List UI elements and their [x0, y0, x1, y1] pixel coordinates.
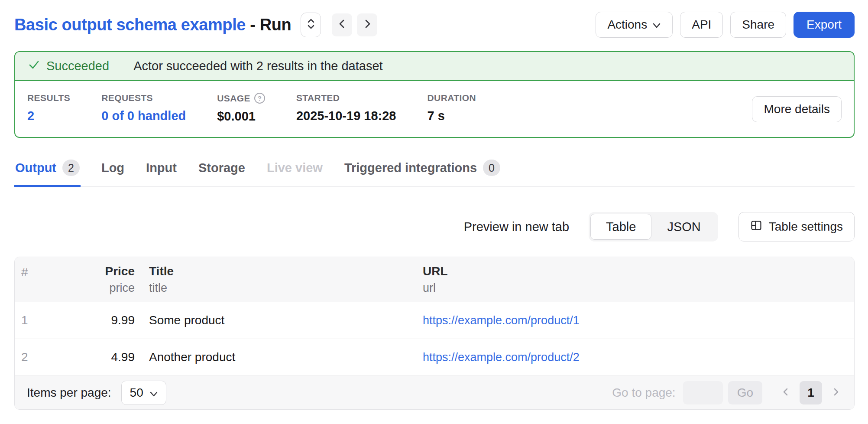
api-button[interactable]: API	[680, 12, 723, 38]
share-button[interactable]: Share	[730, 12, 786, 38]
title-group: Basic output schema example - Run	[14, 13, 377, 37]
row-index: 1	[15, 313, 72, 327]
stat-requests-label: REQUESTS	[101, 93, 186, 103]
column-index-sub	[21, 282, 72, 294]
up-down-chevrons-icon	[307, 18, 315, 32]
run-selector-button[interactable]	[301, 13, 321, 37]
row-title: Another product	[135, 350, 423, 364]
export-button[interactable]: Export	[794, 12, 855, 38]
go-to-page-label: Go to page:	[612, 386, 675, 400]
next-page-button[interactable]	[830, 385, 842, 400]
row-url-cell: https://example.com/product/1	[423, 313, 854, 327]
usage-help-icon[interactable]: ?	[254, 93, 265, 104]
tab-triggered-integrations[interactable]: Triggered integrations 0	[343, 160, 501, 187]
tab-log-label: Log	[101, 161, 124, 175]
table-row: 1 9.99 Some product https://example.com/…	[15, 302, 854, 339]
chevron-right-icon	[832, 387, 840, 398]
row-url-link[interactable]: https://example.com/product/1	[423, 314, 580, 327]
go-to-page-input[interactable]	[683, 381, 723, 404]
tab-input[interactable]: Input	[145, 160, 178, 187]
tab-live-view: Live view	[266, 160, 324, 187]
tab-output-badge: 2	[62, 160, 80, 176]
previous-page-button[interactable]	[780, 385, 792, 400]
actor-title-link[interactable]: Basic output schema example	[14, 16, 246, 34]
more-details-button[interactable]: More details	[752, 96, 842, 122]
row-index: 2	[15, 350, 72, 364]
actions-label: Actions	[607, 18, 647, 32]
preview-in-new-tab-link[interactable]: Preview in new tab	[464, 220, 569, 234]
next-run-button[interactable]	[357, 13, 377, 36]
title-run-suffix: - Run	[246, 16, 291, 34]
chevron-left-icon	[337, 19, 347, 30]
column-header-index: #	[15, 265, 72, 294]
topbar: Basic output schema example - Run Action…	[14, 11, 855, 38]
stat-usage: USAGE ? $0.001	[217, 93, 265, 124]
go-button[interactable]: Go	[728, 381, 762, 404]
stat-usage-value: $0.001	[217, 109, 265, 124]
stat-requests: REQUESTS 0 of 0 handled	[101, 93, 186, 124]
stat-duration: DURATION 7 s	[428, 93, 476, 124]
stat-started-value: 2025-10-19 18:28	[296, 109, 396, 123]
run-stats: RESULTS 2 REQUESTS 0 of 0 handled USAGE …	[15, 81, 854, 137]
tab-output-label: Output	[15, 161, 56, 175]
row-price: 4.99	[72, 350, 135, 364]
items-per-page: Items per page: 50	[27, 381, 166, 405]
stat-usage-label: USAGE ?	[217, 93, 265, 104]
table-settings-button[interactable]: Table settings	[738, 212, 855, 241]
tab-storage-label: Storage	[198, 161, 245, 175]
tab-input-label: Input	[146, 161, 177, 175]
run-tabs: Output 2 Log Input Storage Live view Tri…	[14, 160, 855, 187]
status-badge: Succeeded	[46, 59, 109, 73]
chevron-down-icon	[652, 18, 661, 32]
column-title-sub: title	[149, 281, 423, 295]
row-price: 9.99	[72, 313, 135, 327]
top-action-buttons: Actions API Share Export	[596, 12, 855, 38]
column-header-title: Title title	[135, 264, 423, 295]
column-index-title: #	[21, 265, 72, 279]
stat-results-label: RESULTS	[27, 93, 70, 103]
stat-usage-label-text: USAGE	[217, 93, 250, 104]
row-url-link[interactable]: https://example.com/product/2	[423, 351, 580, 364]
tab-output[interactable]: Output 2	[14, 160, 81, 187]
stat-started-label: STARTED	[296, 93, 396, 103]
stat-results-value[interactable]: 2	[27, 109, 70, 123]
items-per-page-select[interactable]: 50	[121, 381, 166, 405]
column-price-title: Price	[72, 264, 135, 278]
pager: Go to page: Go 1	[612, 381, 842, 404]
column-header-price: Price price	[72, 264, 135, 295]
tab-triggered-integrations-label: Triggered integrations	[344, 161, 477, 175]
view-toggle-table[interactable]: Table	[590, 214, 651, 240]
table-pagination-bar: Items per page: 50 Go to page: Go 1	[15, 375, 854, 409]
view-toggle-json[interactable]: JSON	[651, 214, 716, 240]
table-settings-label: Table settings	[769, 220, 843, 234]
column-header-url: URL url	[423, 264, 854, 295]
stat-results: RESULTS 2	[27, 93, 70, 124]
table-header-row: # Price price Title title URL url	[15, 257, 854, 302]
stat-started: STARTED 2025-10-19 18:28	[296, 93, 396, 124]
previous-run-button[interactable]	[332, 13, 352, 36]
stat-requests-value[interactable]: 0 of 0 handled	[101, 109, 186, 123]
actions-dropdown-button[interactable]: Actions	[596, 12, 673, 38]
status-banner: Succeeded Actor succeeded with 2 results…	[15, 52, 854, 81]
chevron-left-icon	[781, 387, 790, 398]
current-page-button[interactable]: 1	[800, 381, 822, 404]
run-status-card: Succeeded Actor succeeded with 2 results…	[14, 51, 855, 138]
page-title: Basic output schema example - Run	[14, 16, 291, 34]
view-mode-toggle: Table JSON	[589, 212, 718, 241]
results-table: # Price price Title title URL url 1 9.99…	[14, 257, 855, 410]
chevron-down-icon	[150, 386, 158, 400]
tab-log[interactable]: Log	[100, 160, 125, 187]
row-url-cell: https://example.com/product/2	[423, 350, 854, 364]
status-message: Actor succeeded with 2 results in the da…	[133, 59, 382, 73]
items-per-page-value: 50	[130, 386, 143, 400]
stat-duration-value: 7 s	[428, 109, 476, 123]
output-toolbar: Preview in new tab Table JSON Table sett…	[14, 212, 855, 241]
table-row: 2 4.99 Another product https://example.c…	[15, 339, 854, 375]
tab-storage[interactable]: Storage	[198, 160, 246, 187]
chevron-right-icon	[363, 19, 372, 30]
check-icon	[27, 58, 40, 74]
tab-triggered-integrations-badge: 0	[483, 160, 500, 176]
column-price-sub: price	[72, 281, 135, 295]
column-url-title: URL	[423, 264, 854, 278]
column-url-sub: url	[423, 281, 854, 295]
